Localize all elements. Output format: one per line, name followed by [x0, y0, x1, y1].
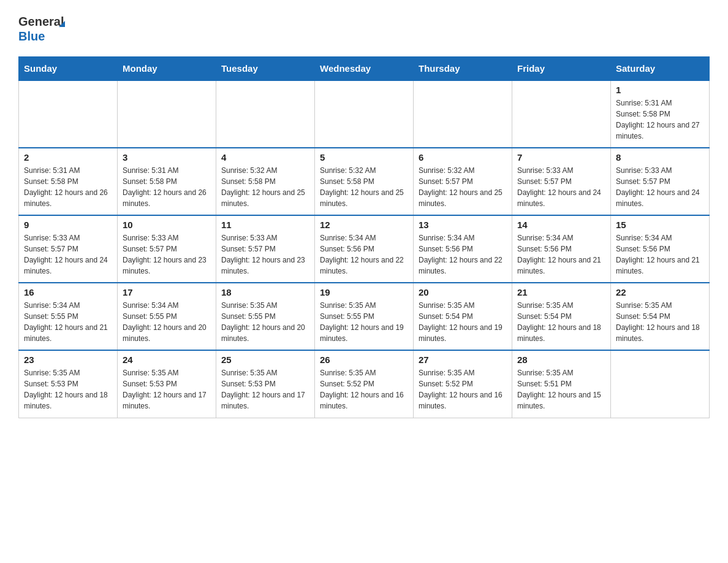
- day-number: 8: [616, 152, 704, 163]
- calendar-cell: 7 Sunrise: 5:33 AMSunset: 5:57 PMDayligh…: [512, 148, 611, 215]
- day-info: Sunrise: 5:34 AMSunset: 5:55 PMDaylight:…: [123, 301, 207, 343]
- calendar-cell: [315, 80, 414, 148]
- day-info: Sunrise: 5:35 AMSunset: 5:53 PMDaylight:…: [123, 369, 207, 410]
- calendar-cell: 15 Sunrise: 5:34 AMSunset: 5:56 PMDaylig…: [611, 215, 710, 283]
- calendar-cell: [216, 80, 315, 148]
- day-number: 1: [616, 85, 704, 95]
- week-row-3: 9 Sunrise: 5:33 AMSunset: 5:57 PMDayligh…: [19, 215, 710, 283]
- weekday-header-thursday: Thursday: [414, 57, 512, 81]
- day-info: Sunrise: 5:34 AMSunset: 5:56 PMDaylight:…: [320, 234, 404, 275]
- calendar-cell: [414, 80, 512, 148]
- day-number: 27: [419, 354, 507, 365]
- day-number: 15: [616, 220, 704, 230]
- day-number: 6: [419, 152, 507, 163]
- day-number: 17: [123, 287, 211, 297]
- calendar-cell: 25 Sunrise: 5:35 AMSunset: 5:53 PMDaylig…: [216, 350, 315, 418]
- week-row-5: 23 Sunrise: 5:35 AMSunset: 5:53 PMDaylig…: [19, 350, 710, 418]
- day-info: Sunrise: 5:35 AMSunset: 5:54 PMDaylight:…: [616, 301, 700, 343]
- calendar-cell: 2 Sunrise: 5:31 AMSunset: 5:58 PMDayligh…: [19, 148, 118, 215]
- day-number: 23: [24, 354, 112, 365]
- day-info: Sunrise: 5:35 AMSunset: 5:54 PMDaylight:…: [419, 301, 502, 343]
- day-info: Sunrise: 5:33 AMSunset: 5:57 PMDaylight:…: [517, 166, 601, 208]
- day-info: Sunrise: 5:35 AMSunset: 5:52 PMDaylight:…: [320, 369, 404, 410]
- calendar-cell: 12 Sunrise: 5:34 AMSunset: 5:56 PMDaylig…: [315, 215, 414, 283]
- day-number: 18: [221, 287, 309, 297]
- day-number: 13: [419, 220, 507, 230]
- calendar-cell: 21 Sunrise: 5:35 AMSunset: 5:54 PMDaylig…: [512, 283, 611, 350]
- day-info: Sunrise: 5:33 AMSunset: 5:57 PMDaylight:…: [24, 234, 108, 275]
- day-number: 19: [320, 287, 408, 297]
- calendar-cell: [611, 350, 710, 418]
- calendar-cell: 14 Sunrise: 5:34 AMSunset: 5:56 PMDaylig…: [512, 215, 611, 283]
- logo: General Blue: [18, 12, 74, 44]
- calendar-cell: 26 Sunrise: 5:35 AMSunset: 5:52 PMDaylig…: [315, 350, 414, 418]
- weekday-header-sunday: Sunday: [19, 57, 118, 81]
- day-info: Sunrise: 5:35 AMSunset: 5:53 PMDaylight:…: [221, 369, 305, 410]
- weekday-header-monday: Monday: [118, 57, 216, 81]
- day-info: Sunrise: 5:34 AMSunset: 5:56 PMDaylight:…: [419, 234, 502, 275]
- calendar-cell: 11 Sunrise: 5:33 AMSunset: 5:57 PMDaylig…: [216, 215, 315, 283]
- calendar-cell: 28 Sunrise: 5:35 AMSunset: 5:51 PMDaylig…: [512, 350, 611, 418]
- day-info: Sunrise: 5:35 AMSunset: 5:55 PMDaylight:…: [320, 301, 404, 343]
- weekday-header-wednesday: Wednesday: [315, 57, 414, 81]
- calendar-cell: 9 Sunrise: 5:33 AMSunset: 5:57 PMDayligh…: [19, 215, 118, 283]
- week-row-2: 2 Sunrise: 5:31 AMSunset: 5:58 PMDayligh…: [19, 148, 710, 215]
- calendar-cell: 22 Sunrise: 5:35 AMSunset: 5:54 PMDaylig…: [611, 283, 710, 350]
- weekday-header-saturday: Saturday: [611, 57, 710, 81]
- day-info: Sunrise: 5:32 AMSunset: 5:58 PMDaylight:…: [221, 166, 305, 208]
- day-info: Sunrise: 5:33 AMSunset: 5:57 PMDaylight:…: [123, 234, 207, 275]
- day-number: 12: [320, 220, 408, 230]
- svg-text:Blue: Blue: [18, 29, 45, 43]
- day-info: Sunrise: 5:31 AMSunset: 5:58 PMDaylight:…: [123, 166, 207, 208]
- calendar-cell: [118, 80, 216, 148]
- calendar-cell: 13 Sunrise: 5:34 AMSunset: 5:56 PMDaylig…: [414, 215, 512, 283]
- day-number: 22: [616, 287, 704, 297]
- day-info: Sunrise: 5:34 AMSunset: 5:56 PMDaylight:…: [517, 234, 601, 275]
- weekday-header-row: SundayMondayTuesdayWednesdayThursdayFrid…: [19, 57, 710, 81]
- calendar-cell: 10 Sunrise: 5:33 AMSunset: 5:57 PMDaylig…: [118, 215, 216, 283]
- day-number: 11: [221, 220, 309, 230]
- day-info: Sunrise: 5:34 AMSunset: 5:55 PMDaylight:…: [24, 301, 108, 343]
- calendar-cell: 3 Sunrise: 5:31 AMSunset: 5:58 PMDayligh…: [118, 148, 216, 215]
- day-number: 24: [123, 354, 211, 365]
- calendar-cell: 23 Sunrise: 5:35 AMSunset: 5:53 PMDaylig…: [19, 350, 118, 418]
- day-number: 16: [24, 287, 112, 297]
- calendar-cell: 24 Sunrise: 5:35 AMSunset: 5:53 PMDaylig…: [118, 350, 216, 418]
- day-number: 20: [419, 287, 507, 297]
- weekday-header-tuesday: Tuesday: [216, 57, 315, 81]
- day-info: Sunrise: 5:32 AMSunset: 5:57 PMDaylight:…: [419, 166, 502, 208]
- logo-svg: General Blue: [18, 12, 74, 44]
- day-number: 3: [123, 152, 211, 163]
- day-number: 28: [517, 354, 605, 365]
- week-row-1: 1 Sunrise: 5:31 AMSunset: 5:58 PMDayligh…: [19, 80, 710, 148]
- calendar-cell: 8 Sunrise: 5:33 AMSunset: 5:57 PMDayligh…: [611, 148, 710, 215]
- page-header: General Blue: [18, 12, 710, 44]
- day-info: Sunrise: 5:35 AMSunset: 5:53 PMDaylight:…: [24, 369, 108, 410]
- day-info: Sunrise: 5:34 AMSunset: 5:56 PMDaylight:…: [616, 234, 700, 275]
- day-info: Sunrise: 5:35 AMSunset: 5:55 PMDaylight:…: [221, 301, 305, 343]
- calendar-cell: 1 Sunrise: 5:31 AMSunset: 5:58 PMDayligh…: [611, 80, 710, 148]
- day-number: 9: [24, 220, 112, 230]
- day-number: 10: [123, 220, 211, 230]
- calendar-cell: 20 Sunrise: 5:35 AMSunset: 5:54 PMDaylig…: [414, 283, 512, 350]
- day-info: Sunrise: 5:31 AMSunset: 5:58 PMDaylight:…: [24, 166, 108, 208]
- week-row-4: 16 Sunrise: 5:34 AMSunset: 5:55 PMDaylig…: [19, 283, 710, 350]
- day-number: 25: [221, 354, 309, 365]
- calendar-cell: 27 Sunrise: 5:35 AMSunset: 5:52 PMDaylig…: [414, 350, 512, 418]
- day-info: Sunrise: 5:35 AMSunset: 5:54 PMDaylight:…: [517, 301, 601, 343]
- calendar-cell: 6 Sunrise: 5:32 AMSunset: 5:57 PMDayligh…: [414, 148, 512, 215]
- day-info: Sunrise: 5:35 AMSunset: 5:52 PMDaylight:…: [419, 369, 502, 410]
- weekday-header-friday: Friday: [512, 57, 611, 81]
- day-info: Sunrise: 5:35 AMSunset: 5:51 PMDaylight:…: [517, 369, 601, 410]
- day-number: 5: [320, 152, 408, 163]
- calendar-cell: 19 Sunrise: 5:35 AMSunset: 5:55 PMDaylig…: [315, 283, 414, 350]
- day-number: 14: [517, 220, 605, 230]
- day-info: Sunrise: 5:31 AMSunset: 5:58 PMDaylight:…: [616, 99, 700, 140]
- calendar-cell: 5 Sunrise: 5:32 AMSunset: 5:58 PMDayligh…: [315, 148, 414, 215]
- calendar-cell: 4 Sunrise: 5:32 AMSunset: 5:58 PMDayligh…: [216, 148, 315, 215]
- svg-text:General: General: [18, 15, 64, 28]
- day-info: Sunrise: 5:33 AMSunset: 5:57 PMDaylight:…: [221, 234, 305, 275]
- calendar-cell: 16 Sunrise: 5:34 AMSunset: 5:55 PMDaylig…: [19, 283, 118, 350]
- calendar-cell: [512, 80, 611, 148]
- calendar-table: SundayMondayTuesdayWednesdayThursdayFrid…: [18, 56, 710, 418]
